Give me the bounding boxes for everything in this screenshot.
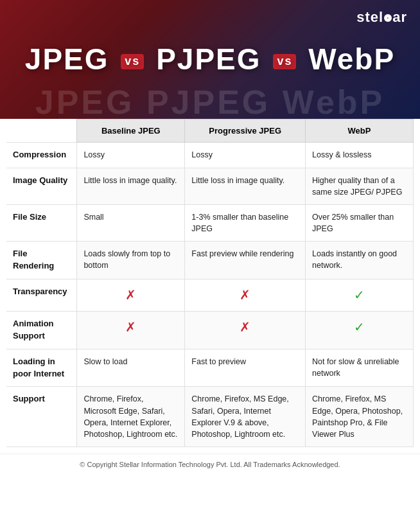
check-icon: ✓ xyxy=(312,318,407,337)
cell-webp: ✓ xyxy=(306,312,414,349)
col-header-progressive: Progressive JPEG xyxy=(185,119,306,143)
feature-label: Support xyxy=(6,387,77,447)
cell-progressive: 1-3% smaller than baseline JPEG xyxy=(185,205,306,242)
stellar-logo: stel·ar xyxy=(356,9,407,26)
title-pjpeg: PJPEG xyxy=(156,42,261,76)
feature-label: Transparency xyxy=(6,279,77,312)
page-title: JPEG vs PJPEG vs WebP xyxy=(25,43,395,76)
table-header-row: Baseline JPEG Progressive JPEG WebP xyxy=(6,119,414,143)
logo-dot: · xyxy=(384,14,392,22)
cell-baseline: Chrome, Firefox, Microsoft Edge, Safari,… xyxy=(77,387,185,447)
cell-progressive: Lossy xyxy=(185,143,306,168)
cell-progressive: Fast preview while rendering xyxy=(185,242,306,279)
cell-progressive: Chrome, Firefox, MS Edge, Safari, Opera,… xyxy=(185,387,306,447)
title-jpeg: JPEG xyxy=(25,42,109,76)
title-webp: WebP xyxy=(308,42,395,76)
header-watermark: JPEG PJPEG WebP xyxy=(0,85,420,119)
cross-icon: ✗ xyxy=(83,286,178,305)
table-row: File RenderingLoads slowly from top to b… xyxy=(6,242,414,279)
feature-label: File Rendering xyxy=(6,242,77,279)
cell-webp: Over 25% smaller than JPEG xyxy=(306,205,414,242)
header-section: JPEG PJPEG WebP stel·ar JPEG vs PJPEG vs… xyxy=(0,0,420,119)
cell-webp: Higher quality than of a same size JPEG/… xyxy=(306,168,414,204)
comparison-table: Baseline JPEG Progressive JPEG WebP Comp… xyxy=(6,119,414,447)
col-header-webp: WebP xyxy=(306,119,414,143)
cross-icon: ✗ xyxy=(191,318,299,337)
table-row: Animation Support✗✗✓ xyxy=(6,312,414,349)
cell-webp: Loads instantly on good network. xyxy=(306,242,414,279)
check-icon: ✓ xyxy=(312,286,407,305)
cell-baseline: Lossy xyxy=(77,143,185,168)
table-row: CompressionLossyLossyLossy & lossless xyxy=(6,143,414,168)
cell-baseline: Slow to load xyxy=(77,349,185,387)
table-row: SupportChrome, Firefox, Microsoft Edge, … xyxy=(6,387,414,447)
cell-baseline: Small xyxy=(77,205,185,242)
col-header-empty xyxy=(6,119,77,143)
table-row: File SizeSmall1-3% smaller than baseline… xyxy=(6,205,414,242)
feature-label: Animation Support xyxy=(6,312,77,349)
footer: © Copyright Stellar Information Technolo… xyxy=(0,454,420,476)
cell-baseline: ✗ xyxy=(77,312,185,349)
feature-label: Compression xyxy=(6,143,77,168)
vs-badge-1: vs xyxy=(121,54,144,69)
cell-webp: Lossy & lossless xyxy=(306,143,414,168)
table-row: Transparency✗✗✓ xyxy=(6,279,414,312)
footer-text: © Copyright Stellar Information Technolo… xyxy=(80,461,340,468)
cell-baseline: Little loss in image quality. xyxy=(77,168,185,204)
cell-webp: Not for slow & unreliable network xyxy=(306,349,414,387)
col-header-baseline: Baseline JPEG xyxy=(77,119,185,143)
feature-label: File Size xyxy=(6,205,77,242)
feature-label: Loading in poor Internet xyxy=(6,349,77,387)
vs-badge-2: vs xyxy=(273,54,296,69)
table-row: Image QualityLittle loss in image qualit… xyxy=(6,168,414,204)
comparison-table-container: Baseline JPEG Progressive JPEG WebP Comp… xyxy=(0,119,420,454)
cell-webp: ✓ xyxy=(306,279,414,312)
feature-label: Image Quality xyxy=(6,168,77,204)
cell-progressive: Fast to preview xyxy=(185,349,306,387)
cross-icon: ✗ xyxy=(191,286,299,305)
cross-icon: ✗ xyxy=(83,318,178,337)
cell-webp: Chrome, Firefox, MS Edge, Opera, Photosh… xyxy=(306,387,414,447)
cell-progressive: ✗ xyxy=(185,279,306,312)
cell-progressive: Little loss in image quality. xyxy=(185,168,306,204)
cell-progressive: ✗ xyxy=(185,312,306,349)
cell-baseline: ✗ xyxy=(77,279,185,312)
cell-baseline: Loads slowly from top to bottom xyxy=(77,242,185,279)
table-row: Loading in poor InternetSlow to loadFast… xyxy=(6,349,414,387)
